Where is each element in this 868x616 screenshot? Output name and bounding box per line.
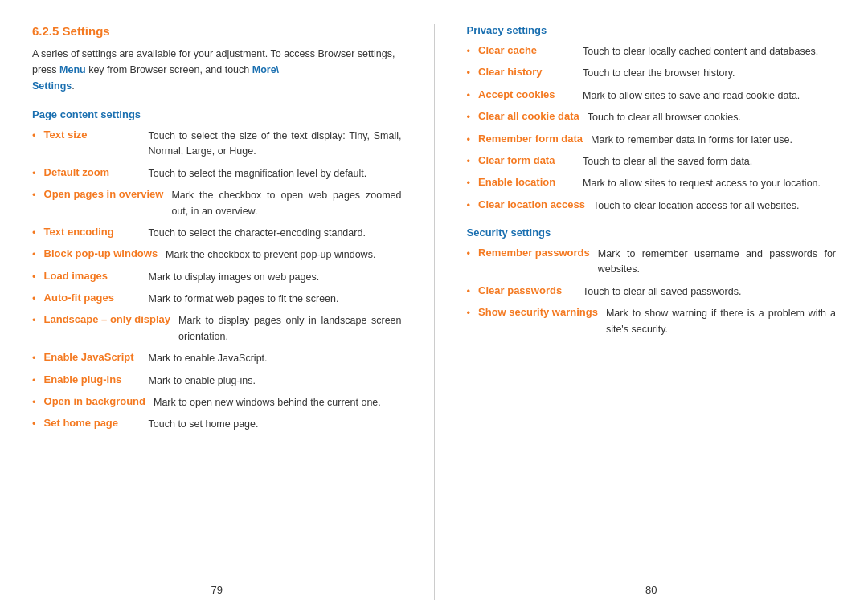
privacy-setting-item: • Clear location access Touch to clear l…: [467, 198, 837, 214]
bullet-icon: •: [467, 247, 471, 259]
intro-text-end: .: [72, 80, 74, 92]
setting-label: Open in background: [44, 395, 145, 407]
page-content-settings-list: • Text size Touch to select the size of …: [32, 129, 402, 433]
setting-desc: Touch to clear the browser history.: [583, 66, 735, 81]
setting-item: • Open in background Mark to open new wi…: [32, 395, 402, 410]
setting-label: Clear form data: [478, 154, 575, 166]
privacy-title: Privacy settings: [467, 24, 837, 36]
setting-label: Clear all cookie data: [478, 110, 579, 122]
page-divider: [434, 24, 435, 600]
bullet-icon: •: [467, 111, 471, 123]
setting-desc: Touch to clear all saved passwords.: [583, 284, 741, 300]
setting-desc: Mark to show warning if there is a probl…: [606, 306, 836, 337]
bullet-icon: •: [467, 199, 471, 211]
setting-label: Remember form data: [478, 133, 583, 145]
setting-desc: Touch to select the character-encoding s…: [149, 226, 366, 241]
setting-desc: Touch to set home page.: [149, 417, 259, 432]
right-page: Privacy settings • Clear cache Touch to …: [467, 24, 837, 600]
bullet-icon: •: [467, 307, 471, 319]
bullet-icon: •: [32, 396, 36, 408]
setting-item: • Enable plug-ins Mark to enable plug-in…: [32, 373, 402, 389]
setting-desc: Touch to select the magnification level …: [149, 166, 367, 182]
bullet-icon: •: [32, 189, 36, 201]
security-section: Security settings • Remember passwords M…: [467, 226, 837, 337]
setting-item: • Text encoding Touch to select the char…: [32, 226, 402, 241]
privacy-section: Privacy settings • Clear cache Touch to …: [467, 24, 837, 214]
setting-label: Clear history: [478, 66, 575, 78]
setting-label: Enable JavaScript: [44, 351, 141, 363]
setting-item: • Text size Touch to select the size of …: [32, 129, 402, 160]
bullet-icon: •: [467, 133, 471, 145]
setting-desc: Mark to enable JavaScript.: [149, 351, 268, 366]
setting-desc: Touch to clear locally cached content an…: [583, 44, 818, 59]
setting-label: Enable plug-ins: [44, 373, 141, 386]
bullet-icon: •: [32, 374, 36, 386]
bullet-icon: •: [467, 45, 471, 57]
setting-label: Auto-fit pages: [44, 292, 141, 304]
privacy-setting-item: • Clear all cookie data Touch to clear a…: [467, 110, 837, 125]
setting-desc: Mark to remember data in forms for later…: [591, 133, 792, 148]
privacy-setting-item: • Clear history Touch to clear the brows…: [467, 66, 837, 81]
setting-label: Clear cache: [478, 44, 575, 56]
bullet-icon: •: [32, 352, 36, 364]
privacy-setting-item: • Clear cache Touch to clear locally cac…: [467, 44, 837, 59]
privacy-setting-item: • Accept cookies Mark to allow sites to …: [467, 88, 837, 104]
setting-desc: Mark to remember username and passwords …: [598, 247, 836, 278]
setting-item: • Auto-fit pages Mark to format web page…: [32, 292, 402, 307]
section-heading: 6.2.5 Settings: [32, 24, 402, 38]
setting-label: Clear passwords: [478, 284, 575, 296]
security-setting-item: • Show security warnings Mark to show wa…: [467, 306, 837, 337]
setting-desc: Mark to allow sites to save and read coo…: [583, 88, 800, 104]
setting-desc: Mark to allow sites to request access to…: [583, 176, 821, 191]
setting-label: Load images: [44, 270, 141, 282]
settings-keyword: Settings: [32, 80, 72, 92]
setting-desc: Touch to clear all browser cookies.: [588, 110, 741, 125]
setting-label: Text size: [44, 129, 141, 141]
setting-item: • Open pages in overview Mark the checkb…: [32, 188, 402, 219]
setting-desc: Mark the checkbox to prevent pop-up wind…: [166, 247, 375, 263]
setting-item: • Set home page Touch to set home page.: [32, 417, 402, 432]
page-number-left: 79: [211, 584, 223, 596]
security-settings-list: • Remember passwords Mark to remember us…: [467, 247, 837, 337]
setting-label: Show security warnings: [478, 306, 598, 318]
setting-desc: Mark to format web pages to fit the scre…: [149, 292, 339, 307]
bullet-icon: •: [32, 129, 36, 141]
setting-label: Set home page: [44, 417, 141, 429]
setting-item: • Enable JavaScript Mark to enable JavaS…: [32, 351, 402, 366]
setting-desc: Mark to open new windows behind the curr…: [154, 395, 381, 410]
setting-label: Enable location: [478, 176, 575, 188]
setting-item: • Load images Mark to display images on …: [32, 270, 402, 285]
bullet-icon: •: [467, 285, 471, 297]
bullet-icon: •: [467, 89, 471, 101]
setting-item: • Default zoom Touch to select the magni…: [32, 166, 402, 182]
intro-paragraph: A series of settings are available for y…: [32, 46, 402, 94]
setting-label: Remember passwords: [478, 247, 590, 259]
setting-label: Clear location access: [478, 198, 585, 210]
security-setting-item: • Remember passwords Mark to remember us…: [467, 247, 837, 278]
privacy-setting-item: • Remember form data Mark to remember da…: [467, 133, 837, 148]
bullet-icon: •: [32, 292, 36, 304]
bullet-icon: •: [32, 271, 36, 283]
bullet-icon: •: [32, 226, 36, 239]
security-title: Security settings: [467, 226, 837, 239]
setting-desc: Mark to enable plug-ins.: [149, 373, 256, 389]
setting-desc: Touch to clear all the saved form data.: [583, 154, 752, 169]
menu-keyword: Menu: [59, 64, 86, 75]
bullet-icon: •: [467, 155, 471, 167]
setting-label: Open pages in overview: [44, 188, 164, 200]
setting-label: Landscape – only display: [44, 313, 171, 325]
privacy-settings-list: • Clear cache Touch to clear locally cac…: [467, 44, 837, 214]
setting-desc: Touch to clear location access for all w…: [593, 198, 799, 214]
bullet-icon: •: [32, 418, 36, 430]
page-number-right: 80: [645, 584, 657, 596]
more-keyword: More\: [252, 64, 279, 75]
bullet-icon: •: [32, 248, 36, 260]
setting-label: Text encoding: [44, 226, 141, 238]
bullet-icon: •: [467, 177, 471, 189]
setting-desc: Touch to select the size of the text dis…: [149, 129, 402, 160]
setting-desc: Mark to display images on web pages.: [149, 270, 320, 285]
security-setting-item: • Clear passwords Touch to clear all sav…: [467, 284, 837, 300]
bullet-icon: •: [32, 167, 36, 179]
left-page: 6.2.5 Settings A series of settings are …: [32, 24, 402, 600]
setting-desc: Mark to display pages only in landscape …: [178, 313, 401, 345]
